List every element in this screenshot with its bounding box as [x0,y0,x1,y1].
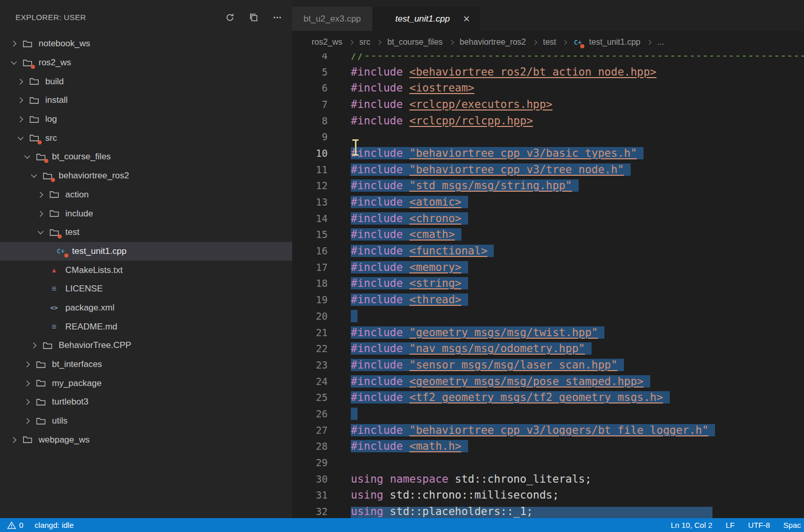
close-tab-icon[interactable]: × [463,13,470,25]
code-line[interactable]: 9 [292,129,804,145]
chevron-right-icon[interactable] [24,418,29,424]
code-line[interactable]: 25#include <tf2_geometry_msgs/tf2_geomet… [292,389,804,406]
tab-bt-u2-ex3-cpp[interactable]: bt_u2_ex3.cpp [292,7,373,31]
more-actions-icon[interactable] [272,12,283,23]
tree-item-my-package[interactable]: my_package [0,374,292,393]
chevron-right-icon[interactable] [10,437,16,443]
line-number[interactable]: 20 [292,310,328,322]
code-line[interactable]: 15#include <cmath> [292,227,804,243]
line-number[interactable]: 27 [292,425,328,436]
chevron-right-icon[interactable] [30,343,36,348]
breadcrumb-item[interactable]: ... [657,38,664,47]
code-line[interactable]: 20 [292,308,804,324]
status-eol-selector[interactable]: LF [726,521,735,529]
tree-item-bt-course-files[interactable]: bt_course_files [0,148,292,167]
code-line[interactable]: 32using std::placeholders::_1; [292,503,804,518]
line-number[interactable]: 26 [292,408,328,419]
code-line[interactable]: 31using std::chrono::milliseconds; [292,487,804,504]
code-line[interactable]: 23#include "sensor_msgs/msg/laser_scan.h… [292,357,804,373]
tree-item-webpage-ws[interactable]: webpage_ws [0,430,292,449]
breadcrumb-item[interactable]: behaviortree_ros2 [460,38,526,47]
tree-item-log[interactable]: log [0,110,292,129]
line-number[interactable]: 5 [292,66,328,78]
tree-item-notebook-ws[interactable]: notebook_ws [0,34,292,53]
tree-item-turtlebot3[interactable]: turtlebot3 [0,393,292,412]
problems-status[interactable]: 0 clangd: idle [7,521,74,529]
chevron-right-icon[interactable] [24,361,29,367]
line-number[interactable]: 24 [292,376,328,387]
chevron-right-icon[interactable] [17,116,23,122]
tree-item-behaviortree-cpp[interactable]: BehaviorTree.CPP [0,336,292,355]
line-number[interactable]: 14 [292,213,328,224]
tree-item-src[interactable]: src [0,129,292,148]
tree-item-ros2-ws[interactable]: ros2_ws [0,53,292,72]
tree-item-bt-interfaces[interactable]: bt_interfaces [0,355,292,374]
code-line[interactable]: 21#include "geometry_msgs/msg/twist.hpp" [292,324,804,341]
line-number[interactable]: 17 [292,262,328,273]
code-line[interactable]: 10#include "behaviortree_cpp_v3/basic_ty… [292,145,804,161]
line-number[interactable]: 7 [292,99,328,110]
code-area[interactable]: 4//-------------------------------------… [292,53,804,518]
code-line[interactable]: 5#include <behaviortree_ros2/bt_action_n… [292,64,804,80]
code-line[interactable]: 17#include <memory> [292,259,804,276]
tree-item-behaviortree-ros2[interactable]: behaviortree_ros2 [0,167,292,186]
line-number[interactable]: 29 [292,457,328,468]
chevron-right-icon[interactable] [37,211,43,216]
chevron-right-icon[interactable] [17,98,23,103]
chevron-down-icon[interactable] [24,153,30,159]
line-number[interactable]: 15 [292,229,328,240]
breadcrumb-item[interactable]: test [543,38,557,47]
breadcrumb-item[interactable]: bt_course_files [387,38,443,47]
breadcrumb-item[interactable]: test_unit1.cpp [589,38,640,47]
line-number[interactable]: 25 [292,392,328,403]
code-line[interactable]: 30using namespace std::chrono_literals; [292,471,804,487]
chevron-right-icon[interactable] [37,192,43,197]
chevron-down-icon[interactable] [17,134,23,140]
code-line[interactable]: 8#include <rclcpp/rclcpp.hpp> [292,113,804,129]
code-line[interactable]: 12#include "std_msgs/msg/string.hpp" [292,178,804,194]
line-number[interactable]: 4 [292,53,328,61]
tree-item-license[interactable]: ≡LICENSE [0,280,292,299]
chevron-down-icon[interactable] [31,172,37,177]
chevron-down-icon[interactable] [11,59,16,64]
code-line[interactable]: 26 [292,406,804,422]
tree-item-build[interactable]: build [0,72,292,91]
tree-item-cmakelists-txt[interactable]: ▲CMakeLists.txt [0,261,292,280]
clangd-status[interactable]: clangd: idle [34,521,74,529]
line-number[interactable]: 12 [292,180,328,191]
chevron-right-icon[interactable] [24,399,29,405]
chevron-right-icon[interactable] [17,79,23,84]
tree-item-readme-md[interactable]: ≡README.md [0,317,292,336]
breadcrumb-item[interactable]: src [360,38,370,47]
code-line[interactable]: 4//-------------------------------------… [292,53,804,64]
code-line[interactable]: 29 [292,454,804,471]
code-line[interactable]: 28#include <math.h> [292,438,804,455]
chevron-down-icon[interactable] [38,229,43,234]
refresh-explorer-icon[interactable] [224,12,236,23]
status-encoding-selector[interactable]: UTF-8 [748,521,770,529]
tree-item-action[interactable]: action [0,186,292,205]
code-line[interactable]: 11#include "behaviortree_cpp_v3/tree_nod… [292,161,804,178]
line-number[interactable]: 30 [292,473,328,485]
code-line[interactable]: 6#include <iostream> [292,80,804,96]
tree-item-include[interactable]: include [0,204,292,223]
code-line[interactable]: 19#include <thread> [292,291,804,308]
line-number[interactable]: 21 [292,327,328,338]
chevron-right-icon[interactable] [10,41,16,47]
code-line[interactable]: 14#include <chrono> [292,210,804,227]
status-cursor-position[interactable]: Ln 10, Col 2 [671,521,712,529]
code-line[interactable]: 7#include <rclcpp/executors.hpp> [292,96,804,113]
tree-item-test-unit1-cpp[interactable]: C+test_unit1.cpp [0,242,292,261]
line-number[interactable]: 8 [292,115,328,126]
line-number[interactable]: 31 [292,489,328,501]
line-number[interactable]: 16 [292,245,328,256]
chevron-right-icon[interactable] [24,380,29,386]
breadcrumb-item[interactable]: ros2_ws [312,38,343,47]
status-indentation-selector[interactable]: Spac [783,521,801,529]
line-number[interactable]: 13 [292,196,328,208]
line-number[interactable]: 10 [292,148,328,159]
copy-icon[interactable] [248,12,259,23]
tab-test-unit1-cpp[interactable]: test_unit1.cpp× [373,7,480,31]
tree-item-utils[interactable]: utils [0,412,292,431]
line-number[interactable]: 6 [292,82,328,94]
